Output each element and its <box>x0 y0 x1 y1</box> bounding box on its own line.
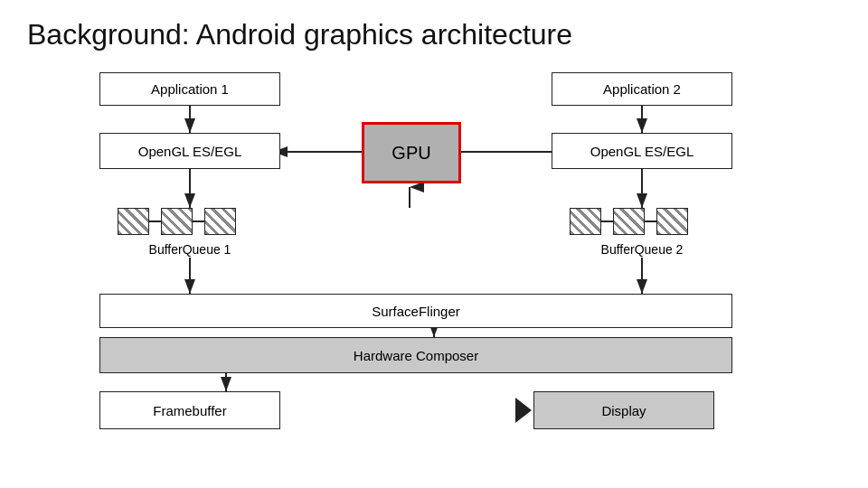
display-label: Display <box>601 403 646 418</box>
display-box: Display <box>533 391 714 429</box>
sf-box: SurfaceFlinger <box>99 294 732 328</box>
bq1-label: BufferQueue 1 <box>99 242 280 257</box>
fb-box: Framebuffer <box>99 391 280 429</box>
page: Background: Android graphics architectur… <box>0 0 868 488</box>
hc-label: Hardware Composer <box>354 348 478 363</box>
diagram: Application 1 Application 2 OpenGL ES/EG… <box>45 68 823 447</box>
opengl2-box: OpenGL ES/EGL <box>552 133 732 169</box>
bq1-area: BufferQueue 1 <box>99 208 280 258</box>
bq2-label: BufferQueue 2 <box>552 242 732 257</box>
app2-label: Application 2 <box>603 81 681 97</box>
sf-label: SurfaceFlinger <box>372 304 460 319</box>
app1-label: Application 1 <box>151 81 229 97</box>
opengl1-box: OpenGL ES/EGL <box>99 133 280 169</box>
app1-box: Application 1 <box>99 72 280 106</box>
app2-box: Application 2 <box>552 72 732 106</box>
bq2-area: BufferQueue 2 <box>552 208 732 258</box>
fb-label: Framebuffer <box>153 403 226 418</box>
hc-box: Hardware Composer <box>99 337 732 373</box>
gpu-label: GPU <box>392 143 430 164</box>
page-title: Background: Android graphics architectur… <box>27 18 841 52</box>
display-area: Display <box>515 391 714 429</box>
opengl1-label: OpenGL ES/EGL <box>138 144 242 159</box>
display-arrow-icon <box>515 398 532 423</box>
opengl2-label: OpenGL ES/EGL <box>590 144 694 159</box>
gpu-box: GPU <box>362 122 461 183</box>
